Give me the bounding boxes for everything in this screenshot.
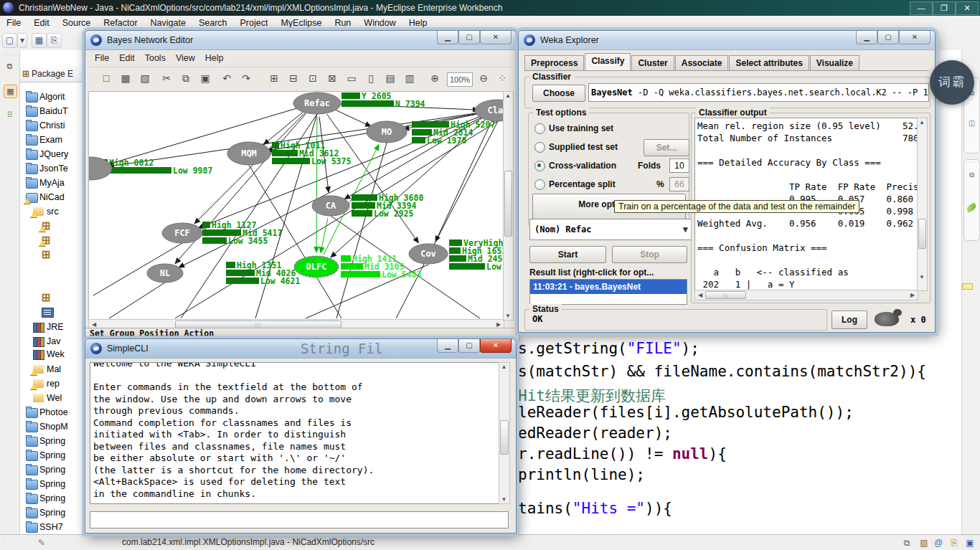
bayes-tool-icon-1[interactable]: ▦ [118, 71, 133, 87]
menu-edit[interactable]: Edit [27, 16, 56, 30]
tree-item-spring[interactable]: Spring [26, 493, 65, 506]
scroll-left-arrow[interactable]: ◀ [90, 321, 98, 328]
word-widget[interactable]: 词霸 [930, 60, 974, 105]
tree-item-jav[interactable]: Jav [33, 336, 60, 349]
new-wizard-icon[interactable]: ▢ [2, 33, 17, 48]
tree-item-exam[interactable]: Exam [26, 134, 62, 147]
tab-select-attributes[interactable]: Select attributes [729, 55, 809, 71]
tree-item[interactable] [42, 306, 55, 319]
maximize-button[interactable]: ▢ [458, 339, 480, 353]
bayes-tool-icon-8[interactable]: ⊞ [266, 71, 282, 87]
menu-search[interactable]: Search [192, 16, 234, 30]
bayes-tool-icon-6[interactable]: ↶ [219, 71, 235, 87]
tree-item-ssh7[interactable]: SSH7 [26, 521, 63, 534]
scroll-down-arrow[interactable]: ▼ [500, 496, 508, 503]
minimized-view-chip[interactable] [962, 283, 973, 290]
scrollbar-thumb[interactable] [504, 171, 512, 237]
restore-view-icon[interactable]: ⧉ [4, 60, 16, 72]
start-button[interactable]: Start [529, 246, 606, 263]
tree-item-spring[interactable]: Spring [26, 450, 65, 463]
tree-item[interactable]: ⊞ [42, 292, 55, 305]
bayes-menu-help[interactable]: Help [200, 51, 229, 65]
scroll-left-arrow[interactable]: ◀ [696, 292, 705, 298]
tree-item[interactable]: ⊞ [42, 220, 55, 233]
cli-vertical-scrollbar[interactable]: ▲ ▼ [499, 362, 510, 504]
tree-item-christi[interactable]: Christi [26, 120, 65, 133]
tab-classify[interactable]: Classify [585, 53, 631, 71]
scroll-up-arrow[interactable]: ▲ [918, 119, 925, 125]
bayes-tool-icon-3[interactable]: ✂ [159, 71, 174, 87]
tab-associate[interactable]: Associate [675, 55, 729, 71]
vertical-scrollbar[interactable]: ▲ ▼ [503, 91, 514, 321]
choose-classifier-button[interactable]: Choose [532, 85, 585, 102]
tab-preprocess[interactable]: Preprocess [524, 55, 584, 71]
close-button[interactable]: ✕ [899, 31, 930, 44]
tab-cluster[interactable]: Cluster [631, 55, 674, 71]
save-icon[interactable]: ▦ [32, 33, 47, 48]
menu-run[interactable]: Run [328, 16, 357, 30]
dropdown-icon[interactable]: ▾ [17, 33, 27, 48]
scrollbar-thumb[interactable] [500, 420, 509, 455]
package-explorer-view-icon[interactable]: ▦ [4, 85, 17, 98]
tree-item-rep[interactable]: rep [33, 378, 60, 391]
close-button[interactable]: ✕ [956, 1, 979, 15]
bayes-tool-icon-12[interactable]: ▭ [344, 71, 359, 87]
minimize-button[interactable]: ▁ [437, 339, 458, 353]
tree-item-wek[interactable]: Wek [33, 349, 65, 361]
bayes-tool-icon-5[interactable]: ▣ [197, 71, 213, 87]
menu-help[interactable]: Help [402, 16, 434, 30]
bayes-tool-icon-11[interactable]: ⊠ [324, 71, 340, 87]
restore-tray-icon[interactable]: ⧉ [901, 537, 913, 549]
tree-item-myaja[interactable]: MyAja [26, 177, 65, 190]
bayes-tool-icon-18[interactable]: ⁘ [494, 71, 510, 87]
bayes-menu-tools[interactable]: Tools [140, 51, 171, 65]
scroll-down-arrow[interactable]: ▼ [504, 313, 512, 319]
field-folds[interactable]: 10 [669, 158, 689, 173]
stop-button[interactable]: Stop [612, 246, 687, 263]
radio-use-training-set[interactable] [534, 123, 545, 134]
result-list-item[interactable]: 11:03:21 - bayes.BayesNet [530, 280, 687, 294]
mail-icon[interactable]: @ [933, 537, 944, 549]
close-button[interactable]: ✕ [480, 339, 512, 353]
tree-item-jre[interactable]: JRE [33, 321, 64, 334]
scroll-right-arrow[interactable]: ▶ [494, 321, 503, 328]
zoom-level-field[interactable]: 100% [447, 72, 473, 87]
bayes-tool-icon-13[interactable]: ▯ [363, 71, 379, 87]
weka-explorer-window[interactable]: Weka Explorer ▁▢✕ PreprocessClassifyClus… [518, 30, 936, 333]
bayes-tool-icon-9[interactable]: ⊟ [286, 71, 301, 87]
maximize-button[interactable]: ❐ [933, 1, 956, 15]
scroll-up-arrow[interactable]: ▲ [500, 364, 508, 370]
menu-refactor[interactable]: Refactor [97, 16, 143, 30]
scroll-right-arrow[interactable]: ▶ [908, 292, 917, 298]
menu-source[interactable]: Source [56, 16, 98, 30]
type-hierarchy-view-icon[interactable]: ⠿ [4, 109, 16, 121]
tree-item-spring[interactable]: Spring [26, 478, 65, 491]
classifier-command-field[interactable]: BayesNet -D -Q weka.classifiers.bayes.ne… [588, 83, 929, 102]
minimize-button[interactable]: — [910, 1, 933, 15]
tree-item[interactable]: ⊞ [42, 249, 55, 262]
console-icon[interactable]: ▣ [964, 537, 976, 549]
bayes-tool-icon-14[interactable]: ▤ [382, 71, 398, 87]
problems-icon[interactable]: ▧ [918, 537, 930, 549]
bayes-tool-icon-0[interactable]: □ [98, 71, 114, 87]
set-test-set-button[interactable]: Set... [644, 139, 689, 156]
tab-visualize[interactable]: Visualize [810, 55, 859, 71]
tree-item-nicad[interactable]: NiCad [26, 191, 65, 204]
tree-item-algorit[interactable]: Algorit [26, 91, 65, 104]
cli-command-input[interactable] [90, 511, 509, 528]
tree-item[interactable]: ⊞ [42, 234, 55, 247]
chevron-down-icon[interactable]: ▼ [683, 219, 688, 240]
package-tree[interactable]: AlgoritBaiduTChristiExamJQueryJsonTeMyAj… [20, 50, 85, 534]
bayes-menu-file[interactable]: File [90, 51, 114, 65]
tree-item-baidut[interactable]: BaiduT [26, 105, 68, 118]
bayes-tool-icon-2[interactable]: ▧ [137, 71, 153, 87]
tree-item-src[interactable]: src [33, 206, 59, 219]
scrollbar-thumb[interactable]: ||| [705, 291, 746, 299]
tree-item-spring[interactable]: Spring [26, 464, 65, 477]
bayes-menu-view[interactable]: View [171, 51, 200, 65]
menu-project[interactable]: Project [234, 16, 275, 30]
menu-window[interactable]: Window [357, 16, 402, 30]
tree-item-jsonte[interactable]: JsonTe [26, 163, 68, 176]
tree-item-mal[interactable]: Mal [33, 364, 61, 376]
scroll-up-arrow[interactable]: ▲ [504, 93, 512, 99]
